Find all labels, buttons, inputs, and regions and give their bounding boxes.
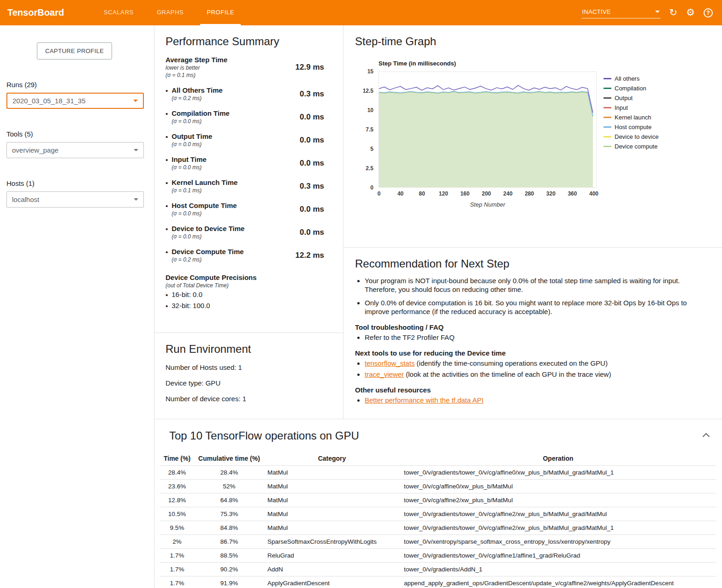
x-tick-label: 360 [568, 190, 577, 197]
legend-swatch [604, 107, 611, 108]
legend-item: All others [604, 74, 658, 83]
device-compute-precisions: Device Compute Precisions (out of Total … [166, 273, 324, 311]
metric-sigma: (σ = 0.2 ms) [172, 256, 243, 263]
table-cell: tower_0/v/gradients/tower_0/v/cg/affine1… [400, 549, 716, 563]
help-icon[interactable]: ? [704, 8, 713, 18]
x-tick-label: 280 [525, 190, 534, 197]
capture-profile-button[interactable]: CAPTURE PROFILE [37, 42, 112, 59]
metric-row: •Device Compute Time(σ = 0.2 ms)12.2 ms [166, 248, 324, 263]
table-cell: 23.6% [160, 480, 195, 493]
precisions-note: (out of Total Device Time) [166, 282, 324, 289]
precisions-title: Device Compute Precisions [166, 273, 324, 281]
tab-profile[interactable]: PROFILE [200, 0, 241, 25]
table-cell: SparseSoftmaxCrossEntropyWithLogits [264, 535, 400, 549]
tab-scalars[interactable]: SCALARS [97, 0, 140, 25]
table-cell: MatMul [264, 493, 400, 507]
main-content: Performance Summary Average Step Time lo… [154, 25, 722, 588]
gear-icon[interactable]: ⚙ [686, 8, 695, 18]
recommendation-link[interactable]: tensorflow_stats [365, 359, 414, 367]
legend-item: Output [604, 93, 658, 103]
table-row: 9.5%84.8%MatMultower_0/v/gradients/tower… [160, 521, 716, 535]
toolbar-right: INACTIVE ↻ ⚙ ? [581, 0, 722, 25]
metric-sigma: (σ = 0.0 ms) [172, 141, 212, 148]
table-cell: ApplyGradientDescent [264, 576, 400, 588]
metric-label: Input Time [172, 155, 207, 163]
precision-value: 32-bit: 100.0 [172, 302, 210, 311]
chevron-down-icon [134, 149, 138, 151]
metric-label: Host Compute Time [172, 202, 237, 209]
top-ops-panel: Top 10 TensorFlow operations on GPU Time… [154, 419, 722, 588]
y-tick-label: 10 [367, 107, 373, 113]
metric-row: •Device to Device Time(σ = 0.0 ms)0.0 ms [166, 225, 324, 240]
legend-item: Device to device [604, 132, 658, 142]
legend-swatch [604, 146, 611, 147]
y-tick-label: 2.5 [366, 165, 373, 172]
metric-sigma: (σ = 0.0 ms) [172, 210, 237, 217]
legend-label: Host compute [615, 124, 651, 131]
runs-select-value: 2020_03_05_18_31_35 [12, 97, 86, 105]
x-tick-label: 240 [503, 190, 513, 197]
metric-value: 0.0 ms [300, 136, 324, 145]
app-toolbar: TensorBoard SCALARSGRAPHSPROFILE INACTIV… [0, 0, 722, 25]
metric-label: Compilation Time [172, 109, 230, 117]
table-cell: tower_0/v/gradients/tower_0/v/cg/affine2… [400, 521, 716, 535]
y-tick-label: 5 [370, 146, 373, 152]
table-row: 12.8%64.8%MatMultower_0/v/cg/affine2/xw_… [160, 493, 716, 507]
table-cell: 9.5% [160, 521, 195, 535]
table-cell: 64.8% [195, 493, 264, 507]
chart-legend: All othersCompilationOutputInputKernel l… [604, 71, 658, 188]
legend-label: Device compute [615, 143, 657, 150]
x-tick-label: 400 [589, 190, 598, 197]
runs-select[interactable]: 2020_03_05_18_31_35 [6, 93, 144, 109]
top-ops-table: Time (%)Cumulative time (%)CategoryOpera… [160, 452, 716, 588]
main-tabs: SCALARSGRAPHSPROFILE [92, 0, 246, 25]
status-select[interactable]: INACTIVE [581, 7, 661, 18]
metric-label: Average Step Time [166, 56, 227, 64]
legend-swatch [604, 136, 611, 137]
table-cell: tower_0/v/gradients/tower_0/v/cg/affine0… [400, 466, 716, 480]
metric-value: 0.0 ms [300, 159, 324, 168]
table-row: 10.5%75.3%MatMultower_0/v/gradients/towe… [160, 507, 716, 521]
top-ops-title: Top 10 TensorFlow operations on GPU [154, 419, 722, 442]
recommendation-item-text: (look at the activities on the timeline … [404, 370, 611, 378]
tab-graphs[interactable]: GRAPHS [150, 0, 190, 25]
metric-sigma: (σ = 0.1 ms) [166, 72, 227, 78]
recommendation-subheading: Next tools to use for reducing the Devic… [355, 349, 707, 357]
recommendation-item: tensorflow_stats (identify the time-cons… [365, 359, 707, 368]
legend-item: Kernel launch [604, 113, 658, 122]
table-cell: 88.5% [195, 549, 264, 563]
table-cell: 1.7% [160, 563, 195, 576]
metric-label: Output Time [172, 132, 212, 140]
metric-value: 0.3 ms [300, 182, 324, 191]
table-cell: tower_0/v/cg/affine2/xw_plus_b/MatMul [400, 493, 716, 507]
sidebar: CAPTURE PROFILE Runs (29)2020_03_05_18_3… [0, 25, 154, 588]
x-tick-label: 40 [397, 190, 403, 197]
refresh-icon[interactable]: ↻ [669, 8, 678, 18]
recommendation-link[interactable]: trace_viewer [365, 370, 404, 378]
y-tick-label: 12.5 [363, 88, 373, 94]
metric-sigma: (σ = 0.1 ms) [172, 187, 237, 194]
bullet-icon: • [166, 225, 168, 240]
table-row: 1.7%88.5%ReluGradtower_0/v/gradients/tow… [160, 549, 716, 563]
table-cell: MatMul [264, 507, 400, 521]
legend-item: Host compute [604, 122, 658, 132]
metric-label: All Others Time [172, 86, 223, 94]
bullet-icon: • [166, 109, 168, 125]
recommendation-subheading: Other useful resources [355, 386, 707, 394]
table-cell: 12.8% [160, 493, 195, 507]
recommendation-bullet: Only 0.0% of device computation is 16 bi… [365, 298, 707, 316]
recommendation-link[interactable]: Better performance with the tf.data API [365, 396, 484, 404]
hosts-select[interactable]: localhost [6, 191, 144, 208]
y-tick-label: 15 [367, 68, 373, 75]
table-cell: 86.7% [195, 535, 264, 549]
env-line: Number of device cores: 1 [166, 395, 332, 403]
table-cell: 91.9% [195, 576, 264, 588]
metric-note: lower is better [166, 65, 227, 71]
legend-swatch [604, 126, 611, 128]
table-cell: tower_0/v/cg/affine0/xw_plus_b/MatMul [400, 480, 716, 493]
precision-item: •16-bit: 0.0 [166, 291, 324, 300]
performance-summary-title: Performance Summary [166, 25, 324, 48]
table-cell: MatMul [264, 466, 400, 480]
column-header: Time (%) [160, 452, 195, 466]
tools-select[interactable]: overview_page [6, 142, 144, 158]
